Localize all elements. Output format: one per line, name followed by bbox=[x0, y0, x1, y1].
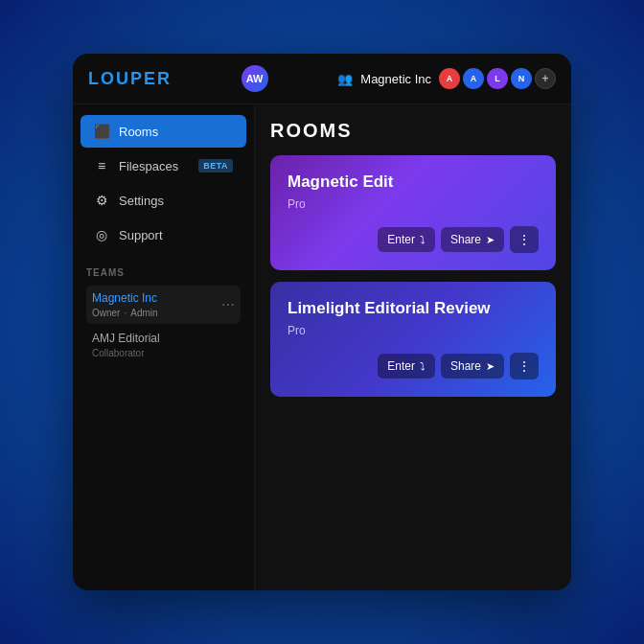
room-limelight-share-button[interactable]: Share ➤ bbox=[441, 354, 504, 379]
team-avatar-a1[interactable]: A bbox=[439, 68, 460, 89]
sidebar-item-settings-label: Settings bbox=[119, 194, 164, 208]
sidebar: ⬛ Rooms ≡ Filespaces BETA ⚙ Settings ◎ S… bbox=[73, 104, 255, 590]
sidebar-item-support[interactable]: ◎ Support bbox=[80, 218, 246, 251]
limelight-enter-icon: ⤵ bbox=[420, 360, 426, 372]
share-label: Share bbox=[450, 233, 481, 246]
sidebar-item-filespaces-label: Filespaces bbox=[119, 159, 178, 173]
team-amj-role: Collaborator bbox=[92, 348, 235, 358]
team-item-amj[interactable]: AMJ Editorial Collaborator bbox=[86, 326, 241, 364]
support-icon: ◎ bbox=[94, 227, 109, 242]
teams-section-title: TEAMS bbox=[86, 267, 241, 278]
room-card-magnetic-edit-info: Magnetic Edit Pro bbox=[288, 172, 539, 211]
logo-text: LOUPER bbox=[88, 69, 172, 89]
limelight-share-label: Share bbox=[450, 359, 481, 373]
team-magnetic-roles: Owner · Admin bbox=[92, 308, 221, 318]
workspace-icon: 👥 bbox=[337, 72, 353, 86]
limelight-share-icon: ➤ bbox=[486, 360, 494, 373]
room-magnetic-more-button[interactable]: ⋮ bbox=[510, 226, 539, 253]
team-magnetic-role-admin: Admin bbox=[130, 308, 157, 318]
sidebar-item-rooms[interactable]: ⬛ Rooms bbox=[80, 115, 246, 148]
room-limelight-enter-button[interactable]: Enter ⤵ bbox=[378, 354, 435, 379]
room-magnetic-edit-type: Pro bbox=[288, 197, 539, 211]
content-area: ROOMS Magnetic Edit Pro Enter ⤵ Share ➤ bbox=[255, 104, 571, 590]
header: L LOUPER AW 👥 Magnetic Inc A A L N + bbox=[73, 54, 571, 104]
room-magnetic-edit-name: Magnetic Edit bbox=[288, 172, 539, 192]
header-right: 👥 Magnetic Inc A A L N + bbox=[337, 68, 556, 89]
sidebar-item-filespaces[interactable]: ≡ Filespaces BETA bbox=[80, 150, 246, 182]
room-magnetic-edit-actions: Enter ⤵ Share ➤ ⋮ bbox=[288, 226, 539, 253]
team-item-magnetic[interactable]: Magnetic Inc Owner · Admin ⋯ bbox=[86, 286, 241, 324]
team-avatar-n[interactable]: N bbox=[511, 68, 532, 89]
teams-section: TEAMS Magnetic Inc Owner · Admin ⋯ bbox=[73, 267, 254, 366]
enter-icon: ⤵ bbox=[420, 234, 426, 245]
team-avatars: A A L N + bbox=[439, 68, 556, 89]
logo: L LOUPER bbox=[88, 69, 172, 89]
team-magnetic-name: Magnetic Inc bbox=[92, 291, 221, 305]
settings-icon: ⚙ bbox=[94, 193, 109, 208]
team-item-magnetic-info: Magnetic Inc Owner · Admin bbox=[92, 291, 221, 318]
team-avatar-l[interactable]: L bbox=[487, 68, 508, 89]
team-avatar-plus[interactable]: + bbox=[535, 68, 556, 89]
room-limelight-actions: Enter ⤵ Share ➤ ⋮ bbox=[288, 353, 539, 380]
room-magnetic-share-button[interactable]: Share ➤ bbox=[441, 227, 504, 252]
room-limelight-name: Limelight Editorial Review bbox=[288, 299, 539, 318]
workspace-name: Magnetic Inc bbox=[360, 72, 431, 86]
room-limelight-more-button[interactable]: ⋮ bbox=[510, 353, 539, 380]
enter-label: Enter bbox=[387, 233, 415, 246]
team-item-magnetic-row: Magnetic Inc Owner · Admin ⋯ bbox=[92, 291, 235, 318]
team-avatar-a2[interactable]: A bbox=[463, 68, 484, 89]
user-avatar[interactable]: AW bbox=[242, 65, 268, 92]
share-icon: ➤ bbox=[486, 234, 494, 246]
sidebar-item-rooms-label: Rooms bbox=[119, 125, 158, 139]
filespaces-icon: ≡ bbox=[94, 158, 109, 173]
team-amj-name: AMJ Editorial bbox=[92, 332, 235, 345]
sidebar-item-settings[interactable]: ⚙ Settings bbox=[80, 184, 246, 217]
limelight-enter-label: Enter bbox=[387, 359, 415, 373]
rooms-icon: ⬛ bbox=[94, 124, 109, 139]
team-magnetic-role-owner: Owner bbox=[92, 308, 120, 318]
workspace-info: 👥 Magnetic Inc bbox=[337, 72, 431, 86]
room-card-magnetic-edit: Magnetic Edit Pro Enter ⤵ Share ➤ ⋮ bbox=[270, 155, 556, 270]
room-limelight-type: Pro bbox=[288, 324, 539, 337]
team-magnetic-more[interactable]: ⋯ bbox=[221, 297, 235, 312]
sidebar-item-support-label: Support bbox=[119, 228, 163, 242]
filespaces-badge: BETA bbox=[198, 159, 233, 172]
room-card-limelight-info: Limelight Editorial Review Pro bbox=[288, 299, 539, 337]
room-magnetic-enter-button[interactable]: Enter ⤵ bbox=[378, 227, 435, 252]
team-magnetic-role-separator: · bbox=[124, 308, 126, 318]
room-card-limelight: Limelight Editorial Review Pro Enter ⤵ S… bbox=[270, 282, 556, 397]
app-window: L LOUPER AW 👥 Magnetic Inc A A L N + ⬛ R… bbox=[73, 54, 571, 590]
page-title: ROOMS bbox=[270, 120, 556, 142]
main-layout: ⬛ Rooms ≡ Filespaces BETA ⚙ Settings ◎ S… bbox=[73, 104, 571, 590]
